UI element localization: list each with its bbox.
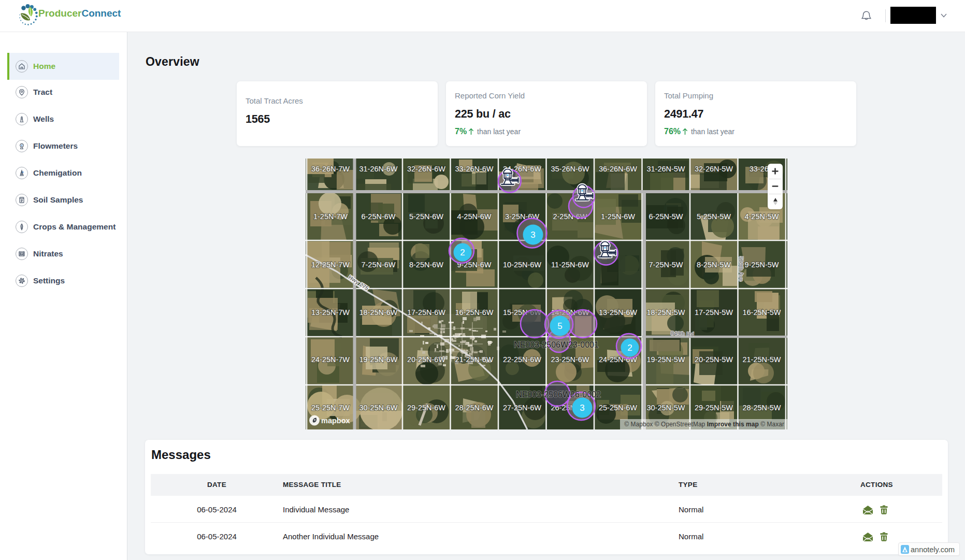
svg-text:32-26N-5W: 32-26N-5W (695, 165, 733, 173)
svg-text:8-25N-6W: 8-25N-6W (409, 261, 443, 269)
svg-text:5-25N-5W: 5-25N-5W (697, 212, 731, 221)
svg-text:2: 2 (627, 343, 632, 353)
svg-text:27-25N-6W: 27-25N-6W (503, 404, 541, 412)
svg-text:17-25N-5W: 17-25N-5W (695, 308, 733, 317)
svg-text:31-26N-5W: 31-26N-5W (646, 165, 685, 173)
svg-text:6-25N-6W: 6-25N-6W (361, 212, 395, 221)
svg-text:849th Rd: 849th Rd (671, 330, 694, 337)
svg-text:31-26N-6W: 31-26N-6W (359, 165, 397, 173)
svg-text:12-25N-7W: 12-25N-7W (311, 261, 350, 269)
svg-text:28-25N-5W: 28-25N-5W (742, 404, 781, 412)
svg-text:3: 3 (580, 403, 584, 413)
svg-text:18-25N-5W: 18-25N-5W (646, 308, 685, 317)
svg-text:13-25N-7W: 13-25N-7W (311, 308, 350, 317)
svg-text:16-25N-5W: 16-25N-5W (742, 308, 781, 317)
svg-text:36-26N-6W: 36-26N-6W (599, 165, 637, 173)
svg-text:29-25N-6W: 29-25N-6W (407, 404, 445, 412)
svg-text:mapbox: mapbox (321, 417, 350, 425)
svg-text:16-25N-6W: 16-25N-6W (455, 308, 493, 317)
svg-text:32-26N-6W: 32-26N-6W (407, 165, 445, 173)
svg-text:33-26N-6W: 33-26N-6W (455, 165, 493, 173)
svg-text:30-25N-6W: 30-25N-6W (359, 404, 397, 412)
svg-text:22-25N-6W: 22-25N-6W (503, 355, 541, 364)
svg-text:5-25N-6W: 5-25N-6W (409, 212, 443, 221)
svg-text:23-25N-6W: 23-25N-6W (551, 355, 589, 364)
svg-text:21-25N-6W: 21-25N-6W (455, 355, 493, 364)
svg-text:4-25N-5W: 4-25N-5W (744, 212, 779, 221)
svg-text:21-25N-5W: 21-25N-5W (742, 355, 781, 364)
svg-text:19-25N-6W: 19-25N-6W (359, 355, 397, 364)
svg-text:18-25N-6W: 18-25N-6W (359, 308, 397, 317)
svg-text:3: 3 (530, 230, 535, 240)
svg-text:19-25N-5W: 19-25N-5W (646, 355, 685, 364)
svg-text:NE003-2506W26-0002: NE003-2506W26-0002 (516, 390, 601, 399)
svg-text:35-26N-6W: 35-26N-6W (551, 165, 589, 173)
svg-text:24-25N-7W: 24-25N-7W (311, 355, 350, 364)
svg-text:NE003-2506W23-0001: NE003-2506W23-0001 (514, 340, 599, 349)
svg-text:17-25N-6W: 17-25N-6W (407, 308, 445, 317)
svg-text:11-25N-6W: 11-25N-6W (551, 261, 589, 269)
svg-text:8-25N-5W: 8-25N-5W (697, 261, 731, 269)
svg-text:29-25N-5W: 29-25N-5W (695, 404, 733, 412)
svg-text:20-25N-5W: 20-25N-5W (695, 355, 733, 364)
svg-text:529th Ave: 529th Ave (738, 256, 744, 282)
svg-text:36-26N-7W: 36-26N-7W (311, 165, 350, 173)
svg-text:28-25N-6W: 28-25N-6W (455, 404, 493, 412)
svg-text:25-25N-6W: 25-25N-6W (599, 404, 637, 412)
svg-text:20-25N-6W: 20-25N-6W (407, 355, 445, 364)
svg-text:6-25N-5W: 6-25N-5W (649, 212, 683, 221)
svg-text:10-25N-6W: 10-25N-6W (503, 261, 541, 269)
svg-text:4-25N-6W: 4-25N-6W (457, 212, 491, 221)
svg-text:7-25N-6W: 7-25N-6W (361, 261, 395, 269)
svg-text:7-25N-5W: 7-25N-5W (649, 261, 683, 269)
svg-text:9-25N-5W: 9-25N-5W (744, 261, 779, 269)
svg-text:2: 2 (460, 248, 465, 257)
svg-text:13-25N-6W: 13-25N-6W (599, 308, 637, 317)
svg-text:25-25N-7W: 25-25N-7W (311, 404, 350, 412)
svg-text:5: 5 (557, 321, 562, 331)
svg-text:1-25N-6W: 1-25N-6W (601, 212, 635, 221)
svg-text:1-25N-7W: 1-25N-7W (313, 212, 348, 221)
svg-text:30-25N-5W: 30-25N-5W (646, 404, 685, 412)
